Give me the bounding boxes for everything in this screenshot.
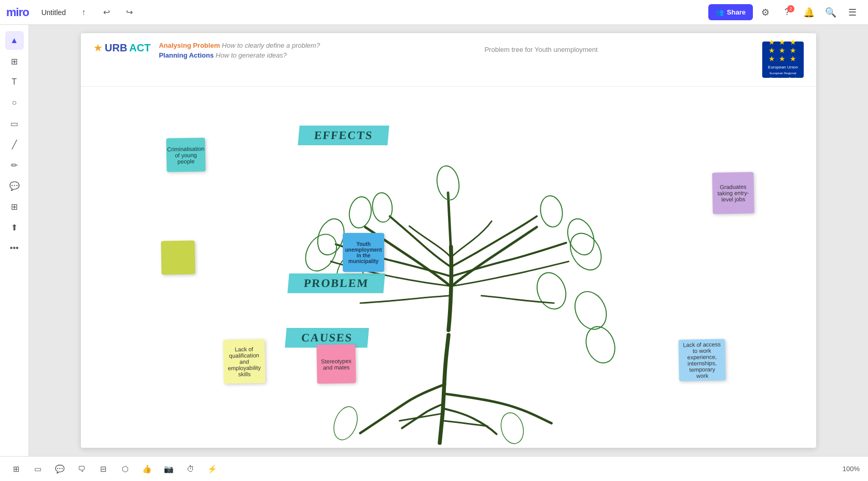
problem-title: Problem tree for Youth unemployment	[320, 42, 762, 53]
criminalisation-note[interactable]: Criminalisation of young people	[166, 138, 205, 172]
more-tools[interactable]: •••	[5, 239, 24, 257]
panel-header: ★ URBACT Analysing Problem How to clearl…	[81, 33, 816, 87]
content-panel: ★ URBACT Analysing Problem How to clearl…	[81, 33, 816, 448]
planning-sub: How to generate ideas?	[216, 51, 287, 59]
search-button[interactable]: 🔍	[821, 3, 840, 22]
center-problem-note[interactable]: Youth unemployment in the municipality	[343, 233, 384, 272]
svg-point-14	[498, 410, 527, 446]
camera-button[interactable]: 📷	[161, 461, 176, 477]
canvas[interactable]: ★ URBACT Analysing Problem How to clearl…	[29, 25, 868, 456]
stereotypes-note[interactable]: Stereotypes and mates	[316, 344, 356, 383]
graduates-note[interactable]: Graduates taking entry-level jobs	[712, 172, 754, 214]
grid-view-button[interactable]: ⊞	[8, 461, 24, 477]
topbar: miro Untitled ↑ ↩ ↪ 👥 Share ⚙ ? 2 🔔 🔍 ☰	[0, 0, 868, 25]
empty-note[interactable]	[161, 240, 195, 274]
pen-tool[interactable]: ✏	[5, 156, 24, 174]
select-tool[interactable]: ▲	[5, 31, 24, 50]
sticky-tool[interactable]: ▭	[5, 114, 24, 133]
frame-tool[interactable]: ⊞	[5, 52, 24, 71]
lack-access-note[interactable]: Lack of access to work experience, inter…	[678, 339, 725, 381]
frame-view-button[interactable]: ▭	[30, 461, 46, 477]
svg-point-6	[538, 194, 565, 229]
table-button[interactable]: ⊟	[95, 461, 111, 477]
share-icon: 👥	[716, 8, 724, 16]
lightning-button[interactable]: ⚡	[204, 461, 220, 477]
svg-point-12	[581, 323, 620, 367]
svg-point-13	[330, 404, 362, 443]
notifications-button[interactable]: 🔔	[800, 3, 818, 22]
timer-button[interactable]: ⏱	[183, 461, 198, 477]
eu-stars: ★ ★ ★★ ★ ★★ ★ ★	[768, 38, 798, 63]
analysing-sub: How to clearly define a problem?	[222, 42, 320, 49]
share-button[interactable]: 👥 Share	[708, 4, 753, 20]
svg-point-3	[371, 192, 394, 223]
bottom-bar: ⊞ ▭ 💬 🗨 ⊟ ⬡ 👍 📷 ⏱ ⚡ 100%	[0, 456, 868, 481]
topbar-right: 👥 Share ⚙ ? 2 🔔 🔍 ☰	[708, 3, 862, 22]
zoom-level: 100%	[843, 465, 860, 473]
menu-button[interactable]: ☰	[843, 3, 862, 22]
qualification-note[interactable]: Lack of qualification and employability …	[223, 339, 265, 383]
upload-tool[interactable]: ⬆	[5, 218, 24, 237]
help-button[interactable]: ? 2	[778, 3, 796, 22]
act-text: ACT	[129, 42, 150, 54]
star-icon: ★	[93, 42, 103, 54]
svg-point-2	[347, 195, 373, 230]
customize-button[interactable]: ⚙	[756, 3, 775, 22]
undo-button[interactable]: ↩	[97, 3, 116, 22]
document-title[interactable]: Untitled	[37, 6, 70, 19]
header-line1: Analysing Problem How to clearly define …	[159, 42, 320, 49]
upload-button[interactable]: ↑	[74, 3, 93, 22]
text-tool[interactable]: T	[5, 73, 24, 91]
like-button[interactable]: 👍	[139, 461, 155, 477]
shape-tool[interactable]: ○	[5, 93, 24, 112]
diagram-area: EFFECTS PROBLEM CAUSES Youth unemploymen…	[81, 80, 816, 448]
header-line2: Planning Actions How to generate ideas?	[159, 51, 320, 59]
comment-tool[interactable]: 💬	[5, 176, 24, 195]
left-toolbar: ▲ ⊞ T ○ ▭ ╱ ✏ 💬 ⊞ ⬆ •••	[0, 25, 29, 481]
eu-logo: ★ ★ ★★ ★ ★★ ★ ★ European Union European …	[762, 42, 804, 78]
svg-point-10	[569, 286, 612, 335]
header-text: Analysing Problem How to clearly define …	[159, 42, 320, 59]
line-tool[interactable]: ╱	[5, 135, 24, 154]
svg-point-5	[563, 215, 599, 259]
urb-text: URB	[105, 42, 127, 54]
svg-point-7	[564, 228, 608, 276]
chat-button[interactable]: 🗨	[74, 461, 89, 477]
export-button[interactable]: ⬡	[117, 461, 133, 477]
crop-tool[interactable]: ⊞	[5, 197, 24, 216]
planning-label: Planning Actions	[159, 51, 214, 59]
urbact-logo: ★ URBACT	[93, 42, 150, 54]
miro-logo: miro	[6, 6, 29, 19]
redo-button[interactable]: ↪	[120, 3, 138, 22]
effects-label: EFFECTS	[298, 126, 389, 145]
comment-view-button[interactable]: 💬	[52, 461, 67, 477]
analysing-label: Analysing Problem	[159, 42, 220, 49]
eu-text: European Union European Regional Develop…	[762, 65, 804, 81]
svg-point-9	[532, 269, 570, 313]
problem-label: PROBLEM	[287, 273, 385, 293]
